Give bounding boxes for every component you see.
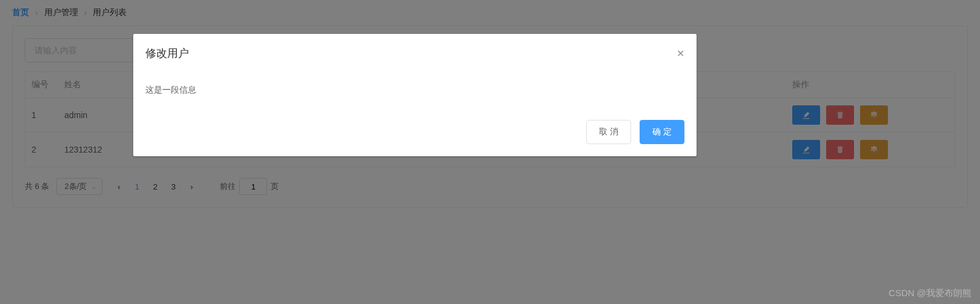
confirm-button[interactable]: 确 定 (640, 120, 684, 144)
dialog-body: 这是一段信息 (133, 67, 697, 114)
dialog-close-button[interactable]: ✕ (677, 48, 684, 59)
cancel-button[interactable]: 取 消 (586, 120, 631, 144)
dialog-title: 修改用户 (145, 46, 189, 61)
close-icon: ✕ (677, 48, 684, 59)
edit-user-dialog: 修改用户 ✕ 这是一段信息 取 消 确 定 (133, 34, 697, 156)
